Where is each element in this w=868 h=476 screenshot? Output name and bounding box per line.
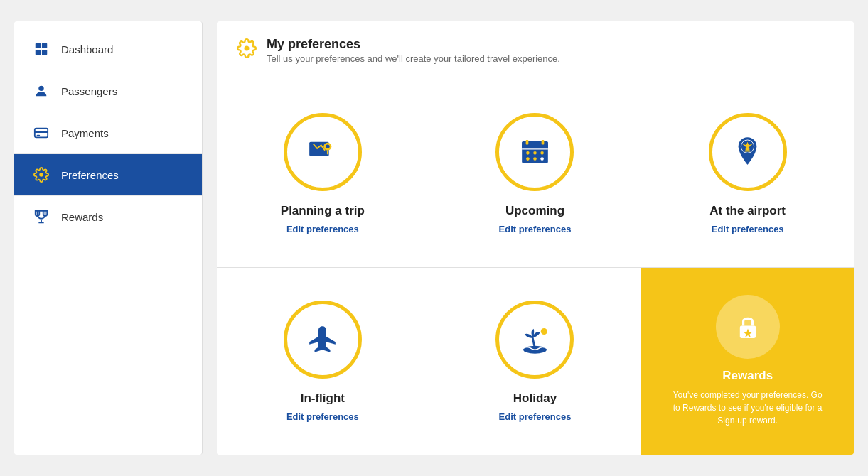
upcoming-edit-link[interactable]: Edit preferences <box>499 224 572 234</box>
holiday-icon-circle <box>495 301 574 379</box>
dashboard-icon <box>31 41 51 57</box>
svg-point-18 <box>533 151 537 155</box>
airport-title: At the airport <box>709 204 786 218</box>
svg-point-21 <box>533 158 537 161</box>
airport-edit-link[interactable]: Edit preferences <box>712 224 784 234</box>
svg-rect-16 <box>542 140 545 144</box>
pref-cell-airport[interactable]: At the airport Edit preferences <box>641 80 854 268</box>
preferences-grid: Planning a trip Edit preferences <box>217 80 854 455</box>
sidebar-item-label: Payments <box>61 127 109 139</box>
inflight-icon-circle <box>284 301 362 379</box>
header-gear-icon <box>237 38 257 63</box>
sidebar-item-preferences[interactable]: Preferences <box>14 154 202 196</box>
sidebar: Dashboard Passengers Payments Prefe <box>14 21 203 455</box>
rewards-description: You've completed your preferences. Go to… <box>670 389 826 427</box>
sidebar-item-label: Rewards <box>61 211 103 223</box>
svg-point-19 <box>540 151 544 155</box>
upcoming-title: Upcoming <box>505 204 564 218</box>
gear-icon <box>31 167 51 183</box>
sidebar-item-rewards[interactable]: Rewards <box>14 196 202 237</box>
svg-rect-13 <box>522 146 548 148</box>
inflight-edit-link[interactable]: Edit preferences <box>286 411 359 422</box>
planning-title: Planning a trip <box>281 204 365 218</box>
svg-rect-24 <box>746 148 750 151</box>
svg-point-10 <box>326 145 330 149</box>
planning-edit-link[interactable]: Edit preferences <box>286 224 359 234</box>
holiday-title: Holiday <box>513 391 557 406</box>
upcoming-icon-circle <box>495 113 574 191</box>
pref-cell-upcoming[interactable]: Upcoming Edit preferences <box>429 80 642 268</box>
svg-rect-15 <box>526 140 529 144</box>
card-icon <box>31 125 51 141</box>
svg-point-20 <box>526 158 530 161</box>
svg-rect-2 <box>36 50 41 55</box>
sidebar-item-dashboard[interactable]: Dashboard <box>14 28 202 70</box>
page-title: My preferences <box>267 37 560 52</box>
pref-cell-inflight[interactable]: In-flight Edit preferences <box>217 268 429 455</box>
pref-cell-holiday[interactable]: Holiday Edit preferences <box>429 268 642 455</box>
svg-point-22 <box>540 158 544 161</box>
airport-icon-circle <box>709 113 787 191</box>
planning-icon-circle <box>284 113 362 191</box>
sidebar-item-label: Preferences <box>61 169 119 181</box>
svg-rect-6 <box>35 131 48 133</box>
rewards-icon-circle <box>716 295 780 359</box>
svg-point-27 <box>541 328 547 335</box>
svg-rect-0 <box>36 43 41 48</box>
page-header: My preferences Tell us your preferences … <box>217 21 854 80</box>
pref-cell-planning[interactable]: Planning a trip Edit preferences <box>217 80 429 268</box>
page-subtitle: Tell us your preferences and we'll creat… <box>267 53 560 64</box>
holiday-edit-link[interactable]: Edit preferences <box>499 411 572 422</box>
sidebar-item-payments[interactable]: Payments <box>14 112 202 154</box>
sidebar-item-label: Dashboard <box>61 43 113 55</box>
svg-rect-7 <box>37 135 41 136</box>
header-text: My preferences Tell us your preferences … <box>267 37 560 64</box>
trophy-icon <box>31 209 51 225</box>
svg-rect-1 <box>42 43 47 48</box>
svg-point-17 <box>526 151 530 155</box>
inflight-title: In-flight <box>301 391 345 406</box>
main-content: My preferences Tell us your preferences … <box>217 21 854 455</box>
sidebar-item-label: Passengers <box>61 85 117 97</box>
sidebar-item-passengers[interactable]: Passengers <box>14 70 202 112</box>
rewards-title: Rewards <box>722 369 773 383</box>
svg-point-4 <box>38 86 43 91</box>
pref-cell-rewards[interactable]: Rewards You've completed your preference… <box>641 268 854 455</box>
person-icon <box>31 83 51 99</box>
svg-rect-25 <box>745 151 750 152</box>
svg-rect-3 <box>42 50 47 55</box>
